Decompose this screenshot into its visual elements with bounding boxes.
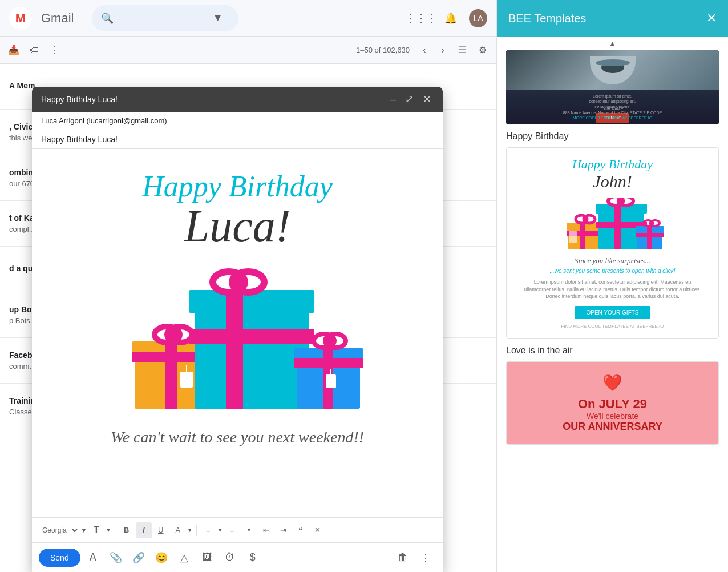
email-bottom-message: We can't wait to see you next weekend!! <box>41 420 434 454</box>
page-info: 1–50 of 102,630 <box>356 46 410 54</box>
chevron-down-icon: ▼ <box>213 12 223 24</box>
compose-action-bar: Send A 📎 🔗 😊 △ 🖼 ⏱ $ 🗑 ⋮ <box>32 542 443 572</box>
more-compose-options-button[interactable]: ⋮ <box>415 547 436 568</box>
compose-format-bar: Georgia ▼ T ▼ B I U A ▼ ≡ ▼ ≡ • ⇤ ⇥ ❝ ✕ <box>32 517 443 542</box>
gmail-toolbar: 📥 🏷 ⋮ 1–50 of 102,630 ‹ › ☰ ⚙ <box>0 37 496 64</box>
birthday-greeting: Happy Birthday <box>52 170 422 203</box>
svg-point-6 <box>168 329 179 340</box>
love-heart-icon: ❤️ <box>602 373 622 392</box>
section-label-love: Love is in the air <box>506 345 719 356</box>
svg-rect-12 <box>189 329 314 344</box>
send-button[interactable]: Send <box>39 549 80 567</box>
gifts-illustration <box>100 260 374 409</box>
bday-card-title: Happy Birthday <box>572 157 653 172</box>
svg-rect-11 <box>226 290 243 409</box>
love-title-line2: We'll celebrate <box>587 412 638 421</box>
italic-button[interactable]: I <box>136 522 152 538</box>
chevron-up-icon: ▲ <box>609 39 616 47</box>
svg-rect-19 <box>294 358 363 368</box>
svg-point-31 <box>583 216 588 222</box>
template-card-birthday-john[interactable]: Happy Birthday John! <box>506 147 719 339</box>
bee-content[interactable]: WE NEED YOU. NOW. Lorem ipsum sit amet,c… <box>497 50 728 572</box>
love-title-line1: On JULY 29 <box>578 397 647 412</box>
insert-image-button[interactable]: 🖼 <box>197 547 217 568</box>
svg-rect-27 <box>580 223 585 249</box>
bell-icon: 🔔 <box>444 12 457 25</box>
compose-window: Happy Birthday Luca! – ⤢ ✕ Luca Arrigoni… <box>32 87 443 572</box>
bold-button[interactable]: B <box>119 522 135 538</box>
font-family-select[interactable]: Georgia <box>37 523 79 537</box>
compose-header[interactable]: Happy Birthday Luca! – ⤢ ✕ <box>32 87 443 112</box>
section-label-birthday: Happy Birthday <box>506 131 719 142</box>
avatar[interactable]: LA <box>469 9 487 27</box>
clear-format-button[interactable]: ✕ <box>310 522 326 538</box>
attach-file-button[interactable]: 📎 <box>106 547 126 568</box>
unordered-list-button[interactable]: • <box>241 522 257 538</box>
format-text-button[interactable]: A <box>83 547 103 568</box>
underline-button[interactable]: U <box>153 522 169 538</box>
archive-button[interactable]: 📥 <box>5 41 23 59</box>
svg-rect-42 <box>636 233 664 237</box>
svg-point-22 <box>325 336 335 346</box>
svg-rect-23 <box>326 374 336 388</box>
delete-compose-button[interactable]: 🗑 <box>393 547 413 568</box>
gmail-topbar: M Gmail 🔍 ▼ ⋮⋮⋮ 🔔 LA <box>0 0 496 37</box>
indent-more-button[interactable]: ⇥ <box>276 522 292 538</box>
quote-button[interactable]: ❝ <box>293 522 309 538</box>
bday-card-cta-text: ...we sent you some presents to open wit… <box>549 268 675 274</box>
bee-panel-title: BEE Templates <box>508 12 706 25</box>
scroll-up-button[interactable]: ▲ <box>497 37 728 50</box>
dollar-button[interactable]: $ <box>242 547 263 568</box>
bee-sidebar: BEE Templates ✕ ▲ WE NEED YOU. NOW. Lo <box>496 0 728 572</box>
expand-button[interactable]: ⤢ <box>403 91 416 108</box>
bday-card-lorem: Lorem ipsum dolor sit amet, consectetur … <box>516 279 709 300</box>
svg-rect-7 <box>180 372 193 388</box>
template-card-anniversary[interactable]: ❤️ On JULY 29 We'll celebrate OUR ANNIVE… <box>506 361 719 445</box>
align-button[interactable]: ≡ <box>200 522 216 538</box>
svg-rect-41 <box>647 226 652 249</box>
bday-card-footer: FIND MORE COOL TEMPLATES AT BEEFREE.IO <box>561 324 664 329</box>
bee-header: BEE Templates ✕ <box>497 0 728 37</box>
grid-icon: ⋮⋮⋮ <box>406 12 436 25</box>
sort-button[interactable]: ☰ <box>453 41 471 59</box>
settings-button[interactable]: ⚙ <box>474 41 492 59</box>
bday-card-name: John! <box>593 172 632 191</box>
svg-rect-9 <box>195 306 309 409</box>
more-toolbar-button[interactable]: ⋮ <box>46 41 64 59</box>
template-thumbnail-we-need[interactable]: WE NEED YOU. NOW. Lorem ipsum sit amet,c… <box>506 50 719 124</box>
apps-button[interactable]: ⋮⋮⋮ <box>410 7 432 30</box>
email-content-area: Happy Birthday Luca! <box>32 149 443 517</box>
next-page-button[interactable]: › <box>435 42 451 58</box>
bee-close-button[interactable]: ✕ <box>706 11 717 26</box>
svg-rect-46 <box>569 231 577 243</box>
svg-point-45 <box>649 221 654 225</box>
compose-body: Happy Birthday Luca! <box>32 149 443 517</box>
minimize-button[interactable]: – <box>388 91 398 108</box>
indent-less-button[interactable]: ⇤ <box>258 522 274 538</box>
font-size-button[interactable]: T <box>88 522 104 538</box>
birthday-name: Luca! <box>52 203 422 249</box>
svg-point-15 <box>231 275 246 289</box>
email-body-scroll[interactable]: Happy Birthday Luca! <box>32 149 443 517</box>
close-compose-button[interactable]: ✕ <box>420 91 434 108</box>
mini-gifts-illustration <box>561 198 664 249</box>
text-color-button[interactable]: A <box>170 522 186 538</box>
prev-page-button[interactable]: ‹ <box>416 42 432 58</box>
bday-card-subtitle: Since you like surprises... <box>575 256 650 265</box>
ordered-list-button[interactable]: ≡ <box>224 522 240 538</box>
label-button[interactable]: 🏷 <box>25 41 43 59</box>
search-dropdown-button[interactable]: ▼ <box>207 7 229 30</box>
drive-button[interactable]: △ <box>174 547 195 568</box>
bday-card-button[interactable]: OPEN YOUR GIFTS <box>575 306 650 319</box>
notifications-button[interactable]: 🔔 <box>439 7 462 30</box>
love-card-inner: ❤️ On JULY 29 We'll celebrate OUR ANNIVE… <box>507 362 718 444</box>
timer-button[interactable]: ⏱ <box>220 547 240 568</box>
birthday-card-inner: Happy Birthday John! <box>507 148 718 338</box>
emoji-button[interactable]: 😊 <box>151 547 172 568</box>
love-title-line3: OUR ANNIVERSARY <box>563 421 662 433</box>
insert-link-button[interactable]: 🔗 <box>128 547 149 568</box>
compose-subject: Happy Birthday Luca! <box>32 130 443 149</box>
we-need-template-preview: WE NEED YOU. NOW. Lorem ipsum sit amet,c… <box>506 50 719 124</box>
compose-title: Happy Birthday Luca! <box>41 95 383 104</box>
compose-to: Luca Arrigoni (lucarrigoni@gmail.com) <box>32 112 443 130</box>
